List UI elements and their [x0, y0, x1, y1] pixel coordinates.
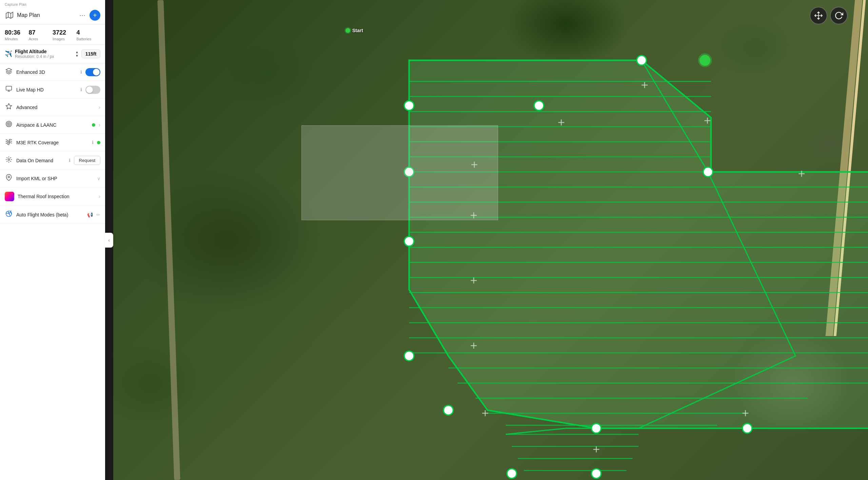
- m3e-info-icon[interactable]: ℹ: [92, 140, 94, 145]
- svg-point-8: [8, 123, 9, 124]
- speaker-icon: 📢: [87, 212, 93, 217]
- satellite-layer: [113, 0, 868, 480]
- altitude-row: ✈️ Flight Altitude Resolution: 0.4 in / …: [5, 49, 100, 59]
- stat-minutes: 80:36 Minutes: [5, 29, 29, 41]
- request-button[interactable]: Request: [74, 156, 100, 165]
- move-control-button[interactable]: [810, 7, 827, 24]
- advanced-chevron-icon: ›: [99, 104, 100, 110]
- m3e-icon: [5, 138, 13, 147]
- import-kml-row[interactable]: Import KML or SHP ∨: [0, 170, 105, 187]
- data-on-demand-label: Data On Demand: [16, 158, 65, 163]
- map-view[interactable]: Start: [113, 0, 868, 480]
- enhanced-3d-row[interactable]: Enhanced 3D ℹ: [0, 63, 105, 81]
- sidebar-title: Map Plan: [17, 12, 75, 18]
- altitude-title: Flight Altitude: [15, 49, 73, 54]
- thermal-chevron-icon: ›: [99, 193, 100, 200]
- live-map-label: Live Map HD: [16, 87, 77, 92]
- advanced-label: Advanced: [16, 105, 95, 110]
- advanced-icon: [5, 103, 13, 111]
- map-background: Start: [113, 0, 868, 480]
- data-on-demand-row[interactable]: Data On Demand ℹ Request: [0, 151, 105, 170]
- acres-value: 87: [29, 29, 53, 36]
- import-kml-icon: [5, 174, 13, 183]
- sidebar-collapse-button[interactable]: ‹: [105, 233, 113, 248]
- import-kml-label: Import KML or SHP: [16, 176, 94, 181]
- thermal-label: Thermal Roof Inspection: [18, 194, 95, 199]
- airspace-chevron-icon: ›: [99, 122, 100, 128]
- svg-marker-0: [6, 12, 13, 18]
- data-on-demand-info-icon[interactable]: ℹ: [69, 158, 71, 163]
- thermal-row[interactable]: Thermal Roof Inspection ›: [0, 187, 105, 206]
- map-plan-icon: [5, 11, 14, 20]
- batteries-label: Batteries: [77, 37, 101, 41]
- svg-point-7: [7, 122, 11, 126]
- flight-altitude-section: ✈️ Flight Altitude Resolution: 0.4 in / …: [0, 45, 105, 63]
- live-map-toggle[interactable]: [85, 86, 100, 94]
- stat-batteries: 4 Batteries: [77, 29, 101, 41]
- map-controls: [810, 7, 848, 24]
- airspace-status-dot: [92, 123, 95, 127]
- more-options-button[interactable]: ⋯: [78, 10, 87, 20]
- header-actions: ⋯ +: [78, 10, 100, 21]
- thermal-icon: [5, 192, 14, 201]
- m3e-row[interactable]: M3E RTK Coverage ℹ: [0, 134, 105, 151]
- data-on-demand-icon: [5, 156, 13, 165]
- altitude-stepper[interactable]: ▲ ▼: [75, 50, 79, 58]
- start-text: Start: [352, 28, 363, 33]
- live-map-knob: [86, 86, 93, 93]
- airspace-label: Airspace & LAANC: [16, 122, 88, 128]
- altitude-resolution: Resolution: 0.4 in / px: [15, 54, 73, 59]
- enhanced-3d-toggle[interactable]: [85, 68, 100, 76]
- images-value: 3722: [53, 29, 77, 36]
- auto-flight-row[interactable]: Auto Flight Modes (beta) 📢 ✏: [0, 206, 105, 224]
- stat-acres: 87 Acres: [29, 29, 53, 41]
- add-button[interactable]: +: [90, 10, 100, 21]
- start-label: Start: [346, 28, 363, 33]
- images-label: Images: [53, 37, 77, 41]
- start-dot: [346, 28, 350, 33]
- live-map-info-icon[interactable]: ℹ: [80, 87, 82, 92]
- enhanced-3d-label: Enhanced 3D: [16, 69, 77, 75]
- collapse-arrow-icon: ‹: [108, 237, 110, 243]
- altitude-icon: ✈️: [5, 50, 12, 58]
- enhanced-3d-knob: [93, 69, 100, 76]
- enhanced-3d-icon: [5, 68, 13, 76]
- svg-point-10: [8, 176, 10, 178]
- minutes-value: 80:36: [5, 29, 29, 36]
- stats-row: 80:36 Minutes 87 Acres 3722 Images 4 Bat…: [0, 24, 105, 45]
- auto-flight-label: Auto Flight Modes (beta): [16, 212, 84, 217]
- sidebar: Capture Plan Map Plan ⋯ + 80:36 Minutes …: [0, 0, 105, 480]
- airspace-row[interactable]: Airspace & LAANC ›: [0, 116, 105, 134]
- arrow-down-icon[interactable]: ▼: [75, 54, 79, 58]
- stat-images: 3722 Images: [53, 29, 77, 41]
- live-map-icon: [5, 85, 13, 94]
- svg-point-9: [8, 159, 10, 161]
- acres-label: Acres: [29, 37, 53, 41]
- batteries-value: 4: [77, 29, 101, 36]
- enhanced-3d-info-icon[interactable]: ℹ: [80, 69, 82, 75]
- altitude-info: Flight Altitude Resolution: 0.4 in / px: [15, 49, 73, 59]
- refresh-control-button[interactable]: [830, 7, 848, 24]
- altitude-value[interactable]: 115ft: [81, 49, 100, 58]
- minutes-label: Minutes: [5, 37, 29, 41]
- live-map-row[interactable]: Live Map HD ℹ: [0, 81, 105, 99]
- capture-plan-label: Capture Plan: [0, 0, 105, 6]
- import-kml-chevron-icon: ∨: [97, 176, 100, 181]
- sidebar-header: Map Plan ⋯ +: [0, 6, 105, 24]
- advanced-row[interactable]: Advanced ›: [0, 99, 105, 116]
- auto-flight-icon: [5, 210, 13, 219]
- svg-rect-3: [6, 86, 12, 90]
- m3e-label: M3E RTK Coverage: [16, 140, 88, 145]
- edit-icon[interactable]: ✏: [96, 212, 100, 217]
- svg-point-6: [6, 121, 12, 127]
- arrow-up-icon[interactable]: ▲: [75, 50, 79, 54]
- m3e-status-dot: [97, 141, 100, 144]
- airspace-icon: [5, 121, 13, 129]
